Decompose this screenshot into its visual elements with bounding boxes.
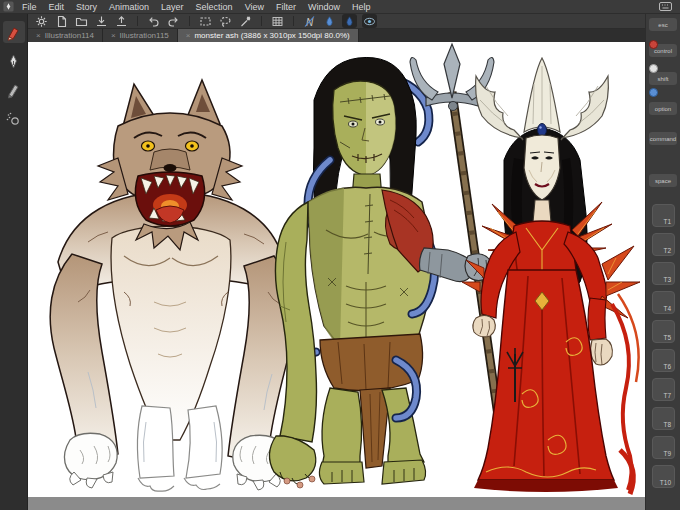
toolbar-separator xyxy=(261,16,262,26)
redo-icon[interactable] xyxy=(166,14,181,28)
menu-filter[interactable]: Filter xyxy=(270,0,302,14)
visibility-icon[interactable] xyxy=(362,14,377,28)
blend-droplet-icon[interactable] xyxy=(342,14,357,28)
tool-strip xyxy=(0,14,28,510)
key-option[interactable]: option xyxy=(649,102,677,115)
menu-help[interactable]: Help xyxy=(346,0,377,14)
tab-label: Illustration114 xyxy=(45,31,94,40)
pen-tool-icon[interactable] xyxy=(3,50,25,72)
export-icon[interactable] xyxy=(114,14,129,28)
tab-close-icon[interactable]: × xyxy=(186,32,191,40)
select-rect-icon[interactable] xyxy=(198,14,213,28)
stitched-monster-figure xyxy=(269,57,434,488)
key-t1[interactable]: T1 xyxy=(652,204,675,227)
document-tabbar: × Illustration114 × Illustration115 × mo… xyxy=(28,29,645,42)
menu-edit[interactable]: Edit xyxy=(43,0,71,14)
edge-keyboard-toggle-icon[interactable] xyxy=(659,2,672,11)
key-t2[interactable]: T2 xyxy=(652,233,675,256)
app-logo-icon[interactable] xyxy=(0,0,16,14)
vampire-queen-figure xyxy=(462,58,640,494)
menu-layer[interactable]: Layer xyxy=(155,0,190,14)
open-folder-icon[interactable] xyxy=(74,14,89,28)
lasso-icon[interactable] xyxy=(218,14,233,28)
tab-close-icon[interactable]: × xyxy=(36,32,41,40)
undo-icon[interactable] xyxy=(146,14,161,28)
menu-file[interactable]: File xyxy=(16,0,43,14)
water-droplet-icon[interactable] xyxy=(322,14,337,28)
tab-monster-ash[interactable]: × monster ash (3886 x 3010px 150dpi 80.0… xyxy=(178,29,359,42)
key-t9[interactable]: T9 xyxy=(652,436,675,459)
white-color-indicator[interactable] xyxy=(649,64,658,73)
key-t8[interactable]: T8 xyxy=(652,407,675,430)
magic-wand-icon[interactable] xyxy=(238,14,253,28)
new-file-icon[interactable] xyxy=(54,14,69,28)
toolbar: N xyxy=(28,14,645,29)
menu-story[interactable]: Story xyxy=(70,0,103,14)
menu-selection[interactable]: Selection xyxy=(190,0,239,14)
artwork-svg xyxy=(28,42,645,497)
tab-illustration114[interactable]: × Illustration114 xyxy=(28,29,103,42)
key-t6[interactable]: T6 xyxy=(652,349,675,372)
gear-icon[interactable] xyxy=(34,14,49,28)
menu-animation[interactable]: Animation xyxy=(103,0,155,14)
tab-close-icon[interactable]: × xyxy=(111,32,116,40)
blue-color-indicator[interactable] xyxy=(649,88,658,97)
key-t3[interactable]: T3 xyxy=(652,262,675,285)
key-command[interactable]: command xyxy=(649,132,677,145)
marker-tool-icon[interactable] xyxy=(3,21,25,43)
tab-label: monster ash (3886 x 3010px 150dpi 80.0%) xyxy=(194,31,349,40)
key-t5[interactable]: T5 xyxy=(652,320,675,343)
key-space[interactable]: space xyxy=(649,174,677,187)
werewolf-figure xyxy=(50,80,294,491)
key-t4[interactable]: T4 xyxy=(652,291,675,314)
airbrush-tool-icon[interactable] xyxy=(3,108,25,130)
menu-window[interactable]: Window xyxy=(302,0,346,14)
canvas[interactable] xyxy=(28,42,645,497)
menubar: File Edit Story Animation Layer Selectio… xyxy=(0,0,680,14)
toolbar-separator xyxy=(189,16,190,26)
grid-icon[interactable] xyxy=(270,14,285,28)
toolbar-separator xyxy=(293,16,294,26)
key-esc[interactable]: esc xyxy=(649,18,677,31)
key-t7[interactable]: T7 xyxy=(652,378,675,401)
pencil-tool-icon[interactable] xyxy=(3,79,25,101)
red-color-indicator[interactable] xyxy=(649,40,658,49)
key-shift[interactable]: shift xyxy=(649,72,677,85)
tab-illustration115[interactable]: × Illustration115 xyxy=(103,29,178,42)
key-t10[interactable]: T10 xyxy=(652,465,675,488)
save-icon[interactable] xyxy=(94,14,109,28)
menu-view[interactable]: View xyxy=(239,0,270,14)
letter-n-icon[interactable]: N xyxy=(302,14,317,28)
toolbar-separator xyxy=(137,16,138,26)
tab-label: Illustration115 xyxy=(120,31,169,40)
edge-keyboard: esc control shift option command space T… xyxy=(645,14,680,510)
